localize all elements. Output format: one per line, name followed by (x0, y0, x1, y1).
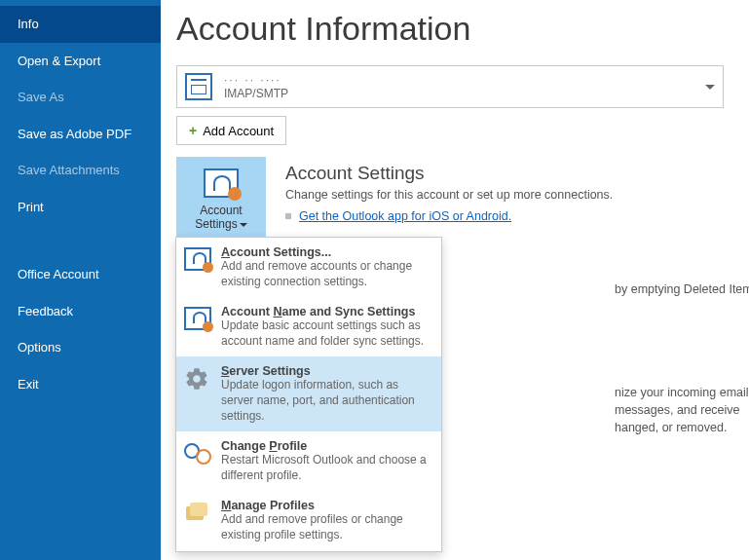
swap-icon (184, 441, 211, 465)
bullet-icon (285, 213, 291, 219)
dropdown-item-change-profile[interactable]: Change ProfileRestart Microsoft Outlook … (176, 431, 441, 491)
sidebar-item-save-attachments[interactable]: Save Attachments (0, 152, 161, 189)
account-protocol: IMAP/SMTP (224, 87, 288, 100)
gear-icon (184, 366, 211, 390)
sidebar-item-feedback[interactable]: Feedback (0, 293, 161, 330)
sidebar-item-open-export[interactable]: Open & Export (0, 43, 161, 80)
dropdown-item-desc: Add and remove profiles or change existi… (221, 512, 431, 542)
dropdown-item-desc: Add and remove accounts or change existi… (221, 259, 431, 289)
dropdown-item-manage-profiles[interactable]: Manage ProfilesAdd and remove profiles o… (176, 491, 441, 550)
page-title: Account Information (176, 10, 724, 48)
section-desc: Change settings for this account or set … (285, 188, 724, 202)
chevron-down-icon (705, 85, 715, 90)
partial-text-rules: nize your incoming email messages, and r… (615, 384, 749, 436)
sidebar-item-save-as-adobe-pdf[interactable]: Save as Adobe PDF (0, 116, 161, 153)
account-selector[interactable]: ··· ·· ···· IMAP/SMTP (176, 65, 724, 108)
chevron-down-icon (240, 223, 247, 227)
profile-icon (184, 247, 211, 271)
dropdown-item-title: Server Settings (221, 364, 431, 378)
section-title: Account Settings (285, 163, 724, 184)
sidebar-item-office-account[interactable]: Office Account (0, 256, 161, 293)
outlook-app-link[interactable]: Get the Outlook app for iOS or Android. (299, 209, 511, 223)
dropdown-item-desc: Update logon information, such as server… (221, 378, 431, 424)
add-account-label: Add Account (203, 124, 274, 138)
account-name: ··· ·· ···· (224, 73, 288, 87)
account-settings-tile[interactable]: Account Settings (176, 157, 266, 243)
partial-text-mailbox: by emptying Deleted Items and archiving. (615, 282, 749, 296)
sidebar-item-save-as[interactable]: Save As (0, 79, 161, 116)
backstage-sidebar: InfoOpen & ExportSave AsSave as Adobe PD… (0, 0, 161, 560)
dropdown-item-desc: Update basic account settings such as ac… (221, 318, 431, 349)
account-settings-icon (204, 168, 239, 198)
sidebar-item-exit[interactable]: Exit (0, 366, 161, 403)
profile-icon (184, 307, 211, 330)
dropdown-item-title: Change Profile (221, 439, 431, 453)
folders-icon (184, 501, 211, 524)
sidebar-item-print[interactable]: Print (0, 189, 161, 226)
account-icon (185, 73, 212, 100)
add-account-button[interactable]: + Add Account (176, 116, 286, 145)
dropdown-item-title: Account Settings... (221, 245, 431, 259)
sidebar-item-options[interactable]: Options (0, 329, 161, 366)
dropdown-item-account-settings-[interactable]: Account Settings...Add and remove accoun… (176, 238, 441, 297)
account-settings-dropdown: Account Settings...Add and remove accoun… (175, 237, 442, 552)
dropdown-item-server-settings[interactable]: Server SettingsUpdate logon information,… (176, 356, 441, 431)
dropdown-item-title: Manage Profiles (221, 499, 431, 512)
sidebar-item-info[interactable]: Info (0, 6, 161, 43)
dropdown-item-title: Account Name and Sync Settings (221, 305, 431, 318)
plus-icon: + (189, 123, 197, 138)
tile-label: Account Settings (195, 204, 242, 231)
dropdown-item-account-name-and-sync-settings[interactable]: Account Name and Sync SettingsUpdate bas… (176, 297, 441, 356)
dropdown-item-desc: Restart Microsoft Outlook and choose a d… (221, 453, 431, 483)
